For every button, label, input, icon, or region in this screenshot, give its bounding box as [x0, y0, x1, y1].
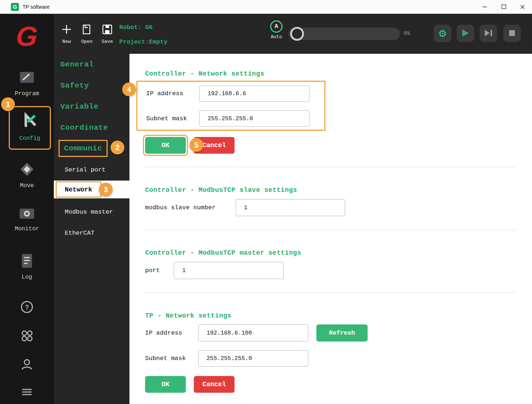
nav-item-modbus-master[interactable]: Modbus master — [65, 201, 113, 222]
section-divider — [145, 292, 516, 293]
maximize-icon — [501, 4, 506, 9]
tp-ip-address-label: IP address — [145, 330, 198, 336]
monitor-icon — [19, 206, 35, 223]
speed-slider-track[interactable] — [288, 28, 400, 40]
sidebar-item-label: Monitor — [15, 226, 39, 232]
nav-item-communic[interactable]: Communic — [59, 140, 108, 157]
sidebar-item-label: Program — [15, 90, 39, 97]
toolbar: New Open Save Robot: G6 Project:Empty A … — [54, 14, 532, 54]
nav-item-ethercat[interactable]: EtherCAT — [65, 222, 95, 243]
app-logo-icon: G — [11, 3, 19, 11]
section-divider — [145, 230, 516, 230]
user-button[interactable] — [0, 358, 54, 373]
annotation-box-4: 4 IP address Subnet mask — [136, 81, 325, 131]
minimize-icon — [482, 4, 487, 9]
config-nav: General Safety Variable Coordinate Commu… — [54, 54, 129, 404]
sidebar-item-log[interactable]: Log — [0, 252, 54, 280]
speed-slider-knob[interactable] — [290, 27, 304, 41]
new-button[interactable]: New — [56, 24, 77, 44]
refresh-button[interactable]: Refresh — [316, 324, 368, 342]
help-icon: ? — [20, 300, 33, 315]
port-label: port — [145, 267, 174, 274]
network-settings-page: Controller - Network settings 4 IP addre… — [129, 54, 532, 404]
sidebar-item-config[interactable]: Config — [9, 106, 51, 150]
tp-network-cancel-button[interactable]: Cancel — [194, 376, 235, 393]
controller-ip-input[interactable] — [199, 85, 309, 102]
annotation-circle-1: 1 — [1, 97, 15, 111]
sidebar-item-label: Config — [19, 135, 40, 142]
new-label: New — [62, 39, 71, 44]
brand-logo-icon: G — [0, 20, 55, 52]
save-icon — [102, 24, 113, 37]
section-title-modbus-slave: Controller - ModbusTCP slave settings — [145, 186, 516, 194]
tp-subnet-mask-label: Subnet mask — [145, 355, 198, 362]
step-button[interactable] — [480, 25, 497, 42]
auto-mode-icon: A — [270, 20, 283, 33]
project-status: Project:Empty — [119, 39, 168, 45]
step-forward-icon — [484, 29, 493, 38]
section-divider — [145, 167, 516, 167]
close-button[interactable] — [513, 0, 532, 13]
help-button[interactable]: ? — [0, 300, 54, 315]
play-button[interactable] — [457, 25, 474, 42]
nav-item-serial-port[interactable]: Serial port — [65, 159, 105, 180]
tp-subnet-input[interactable] — [198, 350, 308, 367]
sidebar-item-program[interactable]: Program — [0, 69, 54, 97]
app-window: G TP software G Program Conf — [0, 0, 532, 404]
controller-subnet-input[interactable] — [199, 110, 309, 127]
hamburger-menu-icon — [21, 388, 33, 398]
tp-ip-input[interactable] — [198, 324, 308, 342]
annotation-circle-2: 2 — [111, 141, 124, 154]
nav-item-variable[interactable]: Variable — [60, 96, 99, 117]
annotation-circle-4: 4 — [122, 82, 136, 96]
tp-network-ok-button[interactable]: OK — [145, 376, 186, 393]
save-button[interactable]: Save — [97, 24, 117, 44]
primary-sidebar: G Program Config Move Monitor — [0, 14, 54, 404]
modbus-master-port-input[interactable] — [174, 262, 284, 279]
section-title-controller-network: Controller - Network settings — [145, 70, 516, 78]
save-label: Save — [101, 39, 113, 44]
annotation-box-5: OK — [143, 135, 188, 156]
stop-button[interactable] — [503, 25, 521, 42]
subnet-mask-label: Subnet mask — [146, 115, 199, 122]
open-icon — [81, 24, 92, 37]
stop-icon — [509, 30, 515, 37]
program-icon — [19, 69, 35, 88]
config-icon — [20, 111, 40, 132]
open-label: Open — [81, 39, 92, 44]
nav-item-network-label: Network — [56, 181, 101, 198]
svg-text:?: ? — [25, 304, 29, 311]
sidebar-item-move[interactable]: Move — [0, 161, 54, 189]
annotation-circle-3: 3 — [99, 183, 113, 197]
sidebar-item-label: Log — [22, 274, 32, 280]
modbus-slave-number-input[interactable] — [236, 199, 345, 216]
new-icon — [61, 24, 72, 37]
annotation-circle-5: 5 — [189, 138, 203, 152]
settings-button[interactable]: ⚙ — [434, 25, 451, 42]
minimize-button[interactable] — [475, 0, 494, 13]
robot-status: Robot: G6 — [119, 24, 153, 31]
sidebar-item-monitor[interactable]: Monitor — [0, 206, 54, 232]
log-icon — [20, 252, 34, 271]
controller-network-ok-button[interactable]: OK — [145, 137, 186, 154]
nav-item-general[interactable]: General — [60, 54, 94, 75]
nav-item-coordinate[interactable]: Coordinate — [60, 117, 108, 138]
window-title: TP software — [23, 4, 49, 10]
controller-network-actions: OK Cancel 5 — [145, 135, 516, 156]
sidebar-item-label: Move — [20, 182, 34, 189]
close-icon — [520, 4, 525, 9]
section-title-modbus-master: Controller - ModbusTCP master settings — [145, 249, 516, 257]
nav-item-safety[interactable]: Safety — [60, 75, 89, 96]
play-icon — [461, 29, 469, 39]
auto-mode-button[interactable]: A Auto — [268, 20, 284, 40]
open-button[interactable]: Open — [77, 24, 97, 44]
menu-button[interactable] — [0, 388, 54, 398]
window-controls — [475, 0, 532, 13]
modbus-slave-number-label: modbus slave number — [145, 204, 236, 211]
nav-item-network[interactable]: Network — [54, 181, 129, 198]
apps-button[interactable] — [0, 329, 54, 344]
speed-percentage: 0% — [404, 31, 410, 37]
gear-icon: ⚙ — [438, 29, 447, 39]
maximize-button[interactable] — [494, 0, 513, 13]
ip-address-label: IP address — [146, 90, 199, 97]
